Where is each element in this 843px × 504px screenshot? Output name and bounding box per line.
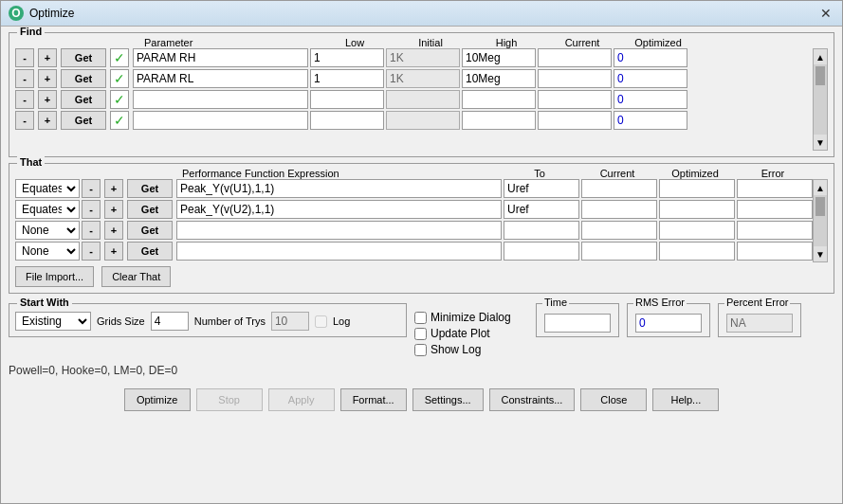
that-scroll-down[interactable]: ▼ bbox=[814, 246, 827, 261]
find-row4-param[interactable] bbox=[133, 111, 308, 130]
that-row3-to[interactable] bbox=[504, 221, 579, 240]
that-row4-current[interactable] bbox=[581, 242, 657, 261]
that-row2-error[interactable] bbox=[737, 200, 813, 219]
that-row3-get[interactable]: Get bbox=[127, 221, 173, 240]
find-row1-plus[interactable]: + bbox=[38, 48, 57, 67]
find-scroll-down[interactable]: ▼ bbox=[814, 135, 827, 150]
that-row1-to[interactable] bbox=[504, 179, 579, 198]
find-row1-param[interactable] bbox=[133, 48, 308, 67]
optimize-button[interactable]: Optimize bbox=[124, 388, 191, 411]
that-scroll-up[interactable]: ▲ bbox=[814, 180, 827, 195]
that-row3-type[interactable]: NoneEquates bbox=[15, 221, 80, 240]
find-row4-low[interactable] bbox=[310, 111, 384, 130]
find-row1-minus[interactable]: - bbox=[15, 48, 34, 67]
grids-size-input[interactable] bbox=[151, 312, 189, 331]
that-row4-plus[interactable]: + bbox=[104, 242, 123, 261]
that-row4-optimized[interactable] bbox=[659, 242, 735, 261]
that-row2-current[interactable] bbox=[581, 200, 657, 219]
find-row3-high[interactable] bbox=[462, 90, 536, 109]
close-window-button[interactable]: ✕ bbox=[817, 5, 834, 22]
find-row2-high[interactable] bbox=[462, 69, 536, 88]
find-row2-initial[interactable] bbox=[386, 69, 460, 88]
find-row4-initial[interactable] bbox=[386, 111, 460, 130]
that-row4-get[interactable]: Get bbox=[127, 242, 173, 261]
file-import-button[interactable]: File Import... bbox=[15, 266, 94, 287]
that-row2-type[interactable]: EquatesNone bbox=[15, 200, 80, 219]
time-input[interactable] bbox=[544, 314, 611, 333]
that-row3-current[interactable] bbox=[581, 221, 657, 240]
that-row4-type[interactable]: NoneEquates bbox=[15, 242, 80, 261]
find-row1-current[interactable] bbox=[538, 48, 612, 67]
that-row3-expr[interactable] bbox=[176, 221, 502, 240]
format-button[interactable]: Format... bbox=[340, 388, 407, 411]
that-row1-error[interactable] bbox=[737, 179, 813, 198]
that-row3-minus[interactable]: - bbox=[82, 221, 101, 240]
high-col-header: High bbox=[469, 37, 543, 48]
constraints-button[interactable]: Constraints... bbox=[489, 388, 576, 411]
find-row3-low[interactable] bbox=[310, 90, 384, 109]
minimize-dialog-checkbox[interactable] bbox=[414, 312, 427, 324]
trys-input[interactable] bbox=[271, 312, 309, 331]
that-row2-optimized[interactable] bbox=[659, 200, 735, 219]
find-row4-optimized[interactable] bbox=[614, 111, 687, 130]
find-row4-minus[interactable]: - bbox=[15, 111, 34, 130]
update-plot-checkbox[interactable] bbox=[414, 328, 427, 340]
that-row1-expr[interactable] bbox=[176, 179, 502, 198]
find-scroll-track bbox=[814, 64, 827, 135]
find-row3-get[interactable]: Get bbox=[61, 90, 106, 109]
help-button[interactable]: Help... bbox=[652, 388, 719, 411]
find-scroll-up[interactable]: ▲ bbox=[814, 49, 827, 64]
that-row1-plus[interactable]: + bbox=[104, 179, 123, 198]
find-row2-plus[interactable]: + bbox=[38, 69, 57, 88]
settings-button[interactable]: Settings... bbox=[412, 388, 484, 411]
find-row2-get[interactable]: Get bbox=[61, 69, 106, 88]
that-row3-optimized[interactable] bbox=[659, 221, 735, 240]
find-row1-high[interactable] bbox=[462, 48, 536, 67]
find-row4-high[interactable] bbox=[462, 111, 536, 130]
find-row1-optimized[interactable] bbox=[614, 48, 687, 67]
find-row3-optimized[interactable] bbox=[614, 90, 687, 109]
that-row4-expr[interactable] bbox=[176, 242, 502, 261]
that-row1-optimized[interactable] bbox=[659, 179, 735, 198]
that-row2-expr[interactable] bbox=[176, 200, 502, 219]
log-checkbox[interactable] bbox=[315, 315, 327, 328]
that-row4-minus[interactable]: - bbox=[82, 242, 101, 261]
find-row3-param[interactable] bbox=[133, 90, 308, 109]
find-row4-current[interactable] bbox=[538, 111, 612, 130]
that-row1-current[interactable] bbox=[581, 179, 657, 198]
find-row2-low[interactable] bbox=[310, 69, 384, 88]
find-row2-param[interactable] bbox=[133, 69, 308, 88]
rms-input[interactable] bbox=[635, 314, 702, 333]
find-row4-plus[interactable]: + bbox=[38, 111, 57, 130]
find-row1-low[interactable] bbox=[310, 48, 384, 67]
low-col-header: Low bbox=[318, 37, 392, 48]
that-row2-plus[interactable]: + bbox=[104, 200, 123, 219]
find-row1-initial[interactable] bbox=[386, 48, 460, 67]
find-row2-minus[interactable]: - bbox=[15, 69, 34, 88]
that-row4-error[interactable] bbox=[737, 242, 813, 261]
that-row2-minus[interactable]: - bbox=[82, 200, 101, 219]
that-row4-to[interactable] bbox=[504, 242, 579, 261]
find-row1-get[interactable]: Get bbox=[61, 48, 106, 67]
find-row3-current[interactable] bbox=[538, 90, 612, 109]
pct-input[interactable] bbox=[726, 314, 793, 333]
that-row1-get[interactable]: Get bbox=[127, 179, 173, 198]
that-row3-error[interactable] bbox=[737, 221, 813, 240]
that-scrollbar[interactable]: ▲ ▼ bbox=[813, 179, 828, 262]
find-row4-get[interactable]: Get bbox=[61, 111, 106, 130]
find-row2-current[interactable] bbox=[538, 69, 612, 88]
find-row3-initial[interactable] bbox=[386, 90, 460, 109]
close-button[interactable]: Close bbox=[580, 388, 647, 411]
clear-that-button[interactable]: Clear That bbox=[101, 266, 171, 287]
that-row1-type[interactable]: EquatesNone bbox=[15, 179, 80, 198]
that-row2-get[interactable]: Get bbox=[127, 200, 173, 219]
that-row2-to[interactable] bbox=[504, 200, 579, 219]
show-log-checkbox[interactable] bbox=[414, 344, 427, 356]
that-row1-minus[interactable]: - bbox=[82, 179, 101, 198]
that-row3-plus[interactable]: + bbox=[104, 221, 123, 240]
find-row2-optimized[interactable] bbox=[614, 69, 687, 88]
find-row3-plus[interactable]: + bbox=[38, 90, 57, 109]
start-with-dropdown[interactable]: Existing Random Center bbox=[15, 312, 91, 331]
find-row3-minus[interactable]: - bbox=[15, 90, 34, 109]
find-scrollbar[interactable]: ▲ ▼ bbox=[813, 48, 828, 151]
